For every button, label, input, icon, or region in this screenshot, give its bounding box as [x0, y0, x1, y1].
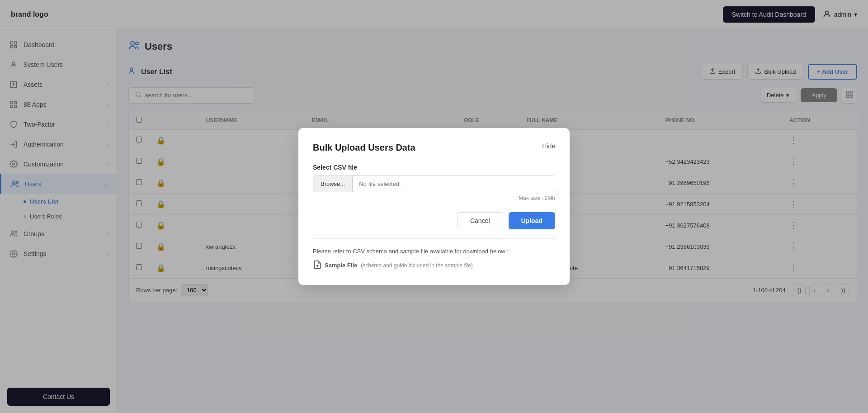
sample-file-link[interactable]: Sample File	[313, 260, 357, 271]
modal-upload-button[interactable]: Upload	[509, 212, 555, 229]
modal-overlay: Bulk Upload Users Data Hide Select CSV f…	[0, 0, 868, 413]
sample-file-row: Sample File (schema and guide included i…	[313, 260, 555, 271]
modal-title: Bulk Upload Users Data	[313, 142, 415, 153]
bulk-upload-modal: Bulk Upload Users Data Hide Select CSV f…	[298, 128, 570, 285]
modal-divider	[313, 238, 555, 239]
modal-actions: Cancel Upload	[313, 212, 555, 229]
sample-file-icon	[313, 260, 322, 271]
max-size-label: Max size : 2Mb	[313, 195, 555, 201]
modal-cancel-button[interactable]: Cancel	[457, 212, 503, 229]
sample-desc: (schema and guide included in the sample…	[361, 262, 472, 269]
sample-file-label: Sample File	[325, 262, 357, 269]
csv-info-text: Please refer to CSV schema and sample fi…	[313, 248, 555, 255]
file-input-row: Browse... No file selected.	[313, 176, 555, 192]
browse-button[interactable]: Browse...	[313, 176, 353, 192]
modal-hide-button[interactable]: Hide	[542, 142, 555, 150]
select-csv-label: Select CSV file	[313, 164, 555, 171]
file-name-display: No file selected.	[353, 176, 555, 192]
modal-header: Bulk Upload Users Data Hide	[313, 142, 555, 153]
